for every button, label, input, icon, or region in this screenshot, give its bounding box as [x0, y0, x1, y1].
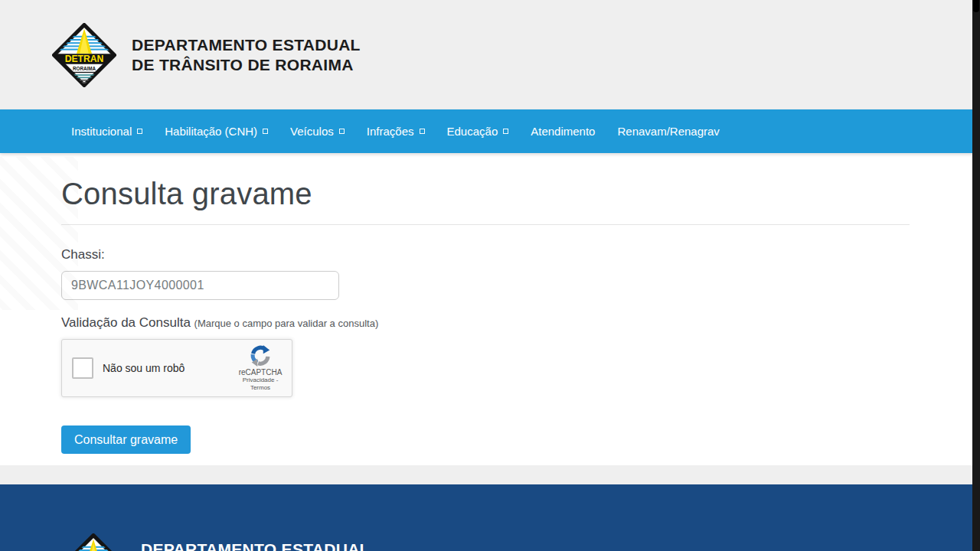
scrollbar[interactable]: [972, 0, 980, 551]
pre-footer-strip: [0, 465, 980, 484]
dropdown-indicator-icon: [339, 129, 345, 134]
detran-logo-icon: DETRAN RORAIMA: [52, 23, 116, 87]
dropdown-indicator-icon: [420, 129, 425, 134]
site-header: DETRAN RORAIMA DEPARTAMENTO ESTADUAL DE …: [0, 0, 980, 109]
dropdown-indicator-icon: [263, 129, 268, 134]
recaptcha-checkbox-label: Não sou um robô: [103, 362, 185, 374]
validation-label: Validação da Consulta (Marque o campo pa…: [61, 315, 910, 331]
header-logo-link[interactable]: DETRAN RORAIMA DEPARTAMENTO ESTADUAL DE …: [52, 23, 361, 87]
nav-item-institucional[interactable]: Institucional: [71, 125, 142, 138]
nav-item-label: Educação: [447, 125, 498, 138]
validation-label-main: Validação da Consulta: [61, 315, 191, 330]
nav-item-infracoes[interactable]: Infrações: [367, 125, 425, 138]
site-title-line2: DE TRÂNSITO DE RORAIMA: [132, 55, 361, 75]
recaptcha-privacy-terms-links[interactable]: Privacidade - Termos: [237, 377, 284, 392]
validation-hint-text: (Marque o campo para validar a consulta): [194, 318, 379, 329]
nav-item-renavam-renagrav[interactable]: Renavam/Renagrav: [617, 125, 719, 138]
nav-item-label: Atendimento: [531, 125, 595, 138]
nav-item-label: Veículos: [290, 125, 334, 138]
dropdown-indicator-icon: [137, 129, 142, 134]
nav-item-label: Habilitação (CNH): [165, 125, 257, 138]
page-title: Consulta gravame: [61, 153, 910, 211]
nav-item-habilitacao-cnh[interactable]: Habilitação (CNH): [165, 125, 268, 138]
nav-item-educacao[interactable]: Educação: [447, 125, 509, 138]
logo-roraima-text: RORAIMA: [73, 65, 96, 70]
nav-item-atendimento[interactable]: Atendimento: [531, 125, 595, 138]
recaptcha-widget: Não sou um robô reCAPTCHA Privacidade - …: [61, 339, 292, 397]
chassi-input[interactable]: [61, 271, 339, 300]
main-content: Consulta gravame Chassi: Validação da Co…: [0, 153, 980, 465]
site-title-line1: DEPARTAMENTO ESTADUAL: [132, 35, 361, 55]
recaptcha-logo-icon: [249, 344, 272, 367]
validation-hint: (Marque o campo para validar a consulta): [194, 318, 379, 329]
chassi-label: Chassi:: [61, 247, 910, 262]
footer-title-line1: DEPARTAMENTO ESTADUAL: [141, 540, 370, 551]
recaptcha-branding: reCAPTCHA Privacidade - Termos: [237, 344, 284, 392]
dropdown-indicator-icon: [503, 129, 508, 134]
site-footer: DETRAN RORAIMA DEPARTAMENTO ESTADUAL: [0, 484, 980, 551]
nav-item-label: Infrações: [367, 125, 414, 138]
title-divider: [61, 224, 910, 225]
main-nav: Institucional Habilitação (CNH) Veículos…: [0, 109, 980, 153]
site-title: DEPARTAMENTO ESTADUAL DE TRÂNSITO DE ROR…: [132, 35, 361, 75]
consultar-gravame-button[interactable]: Consultar gravame: [61, 425, 191, 454]
footer-detran-logo-icon: DETRAN RORAIMA: [61, 533, 126, 551]
scrollbar-thumb[interactable]: [973, 0, 979, 12]
nav-item-label: Renavam/Renagrav: [617, 125, 719, 138]
nav-item-label: Institucional: [71, 125, 132, 138]
recaptcha-brand-text: reCAPTCHA: [237, 368, 284, 377]
nav-item-veiculos[interactable]: Veículos: [290, 125, 345, 138]
footer-logo-block: DETRAN RORAIMA DEPARTAMENTO ESTADUAL: [61, 484, 980, 551]
recaptcha-checkbox[interactable]: [72, 357, 93, 379]
logo-detran-text: DETRAN: [65, 54, 104, 64]
